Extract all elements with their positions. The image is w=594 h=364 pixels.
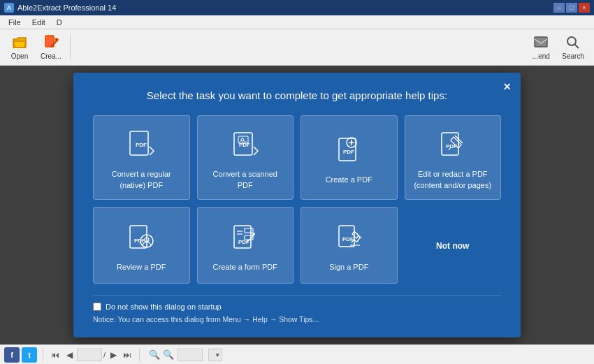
convert-regular-icon: PDF xyxy=(123,127,159,163)
task-not-now-label: Not now xyxy=(436,240,469,252)
task-edit-redact[interactable]: PDF Edit or redact a PDF(content and/or … xyxy=(405,115,502,200)
no-show-checkbox[interactable] xyxy=(93,303,101,311)
svg-point-2 xyxy=(55,38,58,41)
nav-controls: ⏮ ◀ / ▶ ⏭ xyxy=(49,349,133,361)
task-create-form[interactable]: PDF Create a form PDF xyxy=(197,207,294,284)
task-not-now[interactable]: Not now xyxy=(405,207,502,284)
task-sign-pdf-label: Sign a PDF xyxy=(329,262,368,272)
page-number-input[interactable] xyxy=(77,349,102,361)
zoom-in-button[interactable]: 🔍 xyxy=(162,349,175,361)
first-page-button[interactable]: ⏮ xyxy=(49,349,61,361)
facebook-button[interactable]: f xyxy=(4,347,20,363)
toolbar: Open Crea... ...end Search xyxy=(0,29,594,66)
window-title: Able2Extract Professional 14 xyxy=(17,3,553,12)
last-page-button[interactable]: ⏭ xyxy=(121,349,133,361)
modal-footer: Do not show this dialog on startup Notic… xyxy=(93,295,501,323)
tasks-grid: PDF Convert a regular(native) PDF PDF xyxy=(93,115,501,284)
menu-d[interactable]: D xyxy=(51,17,68,28)
checkbox-row: Do not show this dialog on startup xyxy=(93,303,501,311)
title-bar: A Able2Extract Professional 14 – □ × xyxy=(0,0,594,15)
status-separator-1 xyxy=(43,349,43,361)
search-toolbar-icon xyxy=(565,34,581,51)
help-tips-dialog: × Select the task you want to complete t… xyxy=(73,73,521,337)
window-close-button[interactable]: × xyxy=(579,3,590,13)
svg-point-32 xyxy=(252,233,255,235)
page-separator: / xyxy=(103,351,106,359)
zoom-controls: 🔍 🔍 xyxy=(148,349,175,361)
toolbar-separator-1 xyxy=(70,35,71,60)
zoom-input[interactable] xyxy=(178,349,203,361)
social-buttons: f t xyxy=(4,347,37,363)
task-create-form-label: Create a form PDF xyxy=(213,262,277,272)
task-convert-regular[interactable]: PDF Convert a regular(native) PDF xyxy=(93,115,190,200)
create-button[interactable]: Crea... xyxy=(36,31,66,63)
status-separator-2 xyxy=(139,349,140,361)
svg-text:PDF: PDF xyxy=(446,143,457,150)
main-area: × Select the task you want to complete t… xyxy=(0,66,594,344)
menu-bar: File Edit D xyxy=(0,15,594,29)
minimize-button[interactable]: – xyxy=(553,3,565,13)
svg-line-5 xyxy=(575,45,579,49)
maximize-button[interactable]: □ xyxy=(566,3,577,13)
no-show-label[interactable]: Do not show this dialog on startup xyxy=(106,303,222,311)
folder-open-icon xyxy=(11,34,28,51)
sign-pdf-icon: PDF xyxy=(331,220,367,256)
task-convert-regular-label: Convert a regular(native) PDF xyxy=(112,169,171,191)
status-bar: f t ⏮ ◀ / ▶ ⏭ 🔍 🔍 xyxy=(0,344,594,364)
svg-point-4 xyxy=(567,37,576,45)
svg-rect-29 xyxy=(245,228,253,233)
next-page-button[interactable]: ▶ xyxy=(107,349,119,361)
task-edit-redact-label: Edit or redact a PDF(content and/or page… xyxy=(414,169,491,191)
convert-scanned-icon: PDF xyxy=(227,127,263,163)
create-icon xyxy=(43,34,59,51)
zoom-out-button[interactable]: 🔍 xyxy=(148,349,161,361)
view-mode-dropdown[interactable] xyxy=(208,349,222,361)
task-create-pdf-label: Create a PDF xyxy=(326,175,372,185)
task-create-pdf[interactable]: PDF Create a PDF xyxy=(300,115,398,200)
main-window: A Able2Extract Professional 14 – □ × Fil… xyxy=(0,0,594,364)
svg-text:PDF: PDF xyxy=(343,149,354,155)
create-form-icon: PDF xyxy=(227,220,263,256)
open-button[interactable]: Open xyxy=(6,31,34,63)
task-review-pdf[interactable]: PDF Review a PDF xyxy=(93,207,190,284)
create-pdf-icon: PDF xyxy=(331,133,367,169)
send-icon xyxy=(533,34,549,51)
modal-close-button[interactable]: × xyxy=(503,80,511,94)
status-dropdown-wrap xyxy=(208,349,222,361)
prev-page-button[interactable]: ◀ xyxy=(63,349,75,361)
menu-file[interactable]: File xyxy=(3,17,27,28)
search-toolbar-button[interactable]: Search xyxy=(558,31,588,63)
svg-text:PDF: PDF xyxy=(239,142,250,148)
modal-overlay: × Select the task you want to complete t… xyxy=(0,66,594,344)
task-convert-scanned[interactable]: PDF Convert a scanned PDF xyxy=(197,115,294,200)
svg-text:PDF: PDF xyxy=(136,142,147,148)
twitter-button[interactable]: t xyxy=(22,347,37,363)
status-right xyxy=(208,349,222,361)
svg-rect-21 xyxy=(130,226,147,248)
window-controls: – □ × xyxy=(553,3,590,13)
task-sign-pdf[interactable]: PDF Sign a PDF xyxy=(300,207,398,284)
modal-title: Select the task you want to complete to … xyxy=(93,89,501,101)
svg-rect-3 xyxy=(535,37,547,47)
task-review-pdf-label: Review a PDF xyxy=(117,262,166,272)
menu-edit[interactable]: Edit xyxy=(27,17,51,28)
edit-redact-icon: PDF xyxy=(435,127,471,163)
send-button[interactable]: ...end xyxy=(527,31,555,63)
review-pdf-icon: PDF xyxy=(123,220,159,256)
app-icon: A xyxy=(4,3,14,13)
notice-text: Notice: You can access this dialog from … xyxy=(93,315,501,323)
task-convert-scanned-label: Convert a scanned PDF xyxy=(205,169,287,191)
